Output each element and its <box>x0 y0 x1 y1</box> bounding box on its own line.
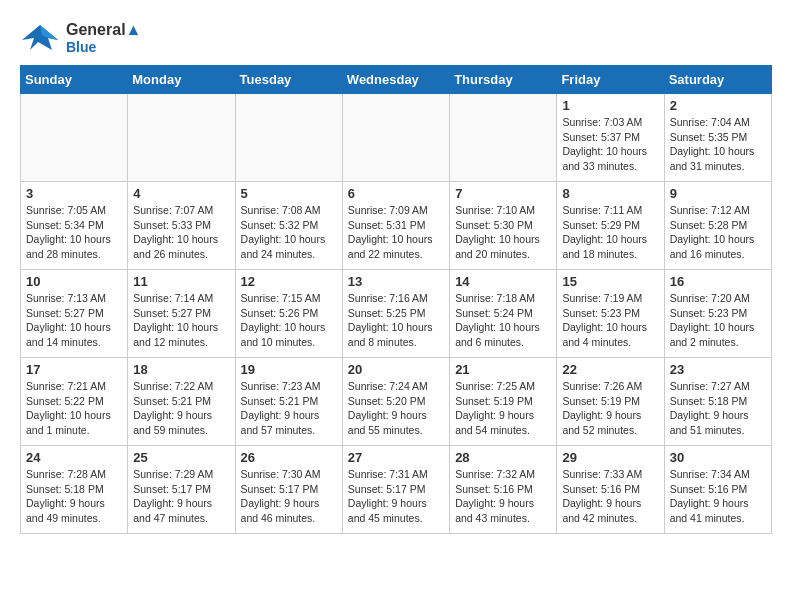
day-info: Sunrise: 7:20 AM Sunset: 5:23 PM Dayligh… <box>670 291 766 350</box>
logo: General▲ Blue <box>20 20 141 55</box>
logo-text: General▲ Blue <box>66 21 141 55</box>
day-info: Sunrise: 7:33 AM Sunset: 5:16 PM Dayligh… <box>562 467 658 526</box>
day-number: 2 <box>670 98 766 113</box>
calendar-cell: 17Sunrise: 7:21 AM Sunset: 5:22 PM Dayli… <box>21 358 128 446</box>
day-number: 19 <box>241 362 337 377</box>
day-info: Sunrise: 7:31 AM Sunset: 5:17 PM Dayligh… <box>348 467 444 526</box>
day-number: 1 <box>562 98 658 113</box>
day-number: 15 <box>562 274 658 289</box>
logo-icon <box>20 20 60 55</box>
week-row-2: 3Sunrise: 7:05 AM Sunset: 5:34 PM Daylig… <box>21 182 772 270</box>
day-number: 7 <box>455 186 551 201</box>
calendar-cell: 15Sunrise: 7:19 AM Sunset: 5:23 PM Dayli… <box>557 270 664 358</box>
day-info: Sunrise: 7:13 AM Sunset: 5:27 PM Dayligh… <box>26 291 122 350</box>
calendar-cell: 6Sunrise: 7:09 AM Sunset: 5:31 PM Daylig… <box>342 182 449 270</box>
day-number: 9 <box>670 186 766 201</box>
calendar-cell: 26Sunrise: 7:30 AM Sunset: 5:17 PM Dayli… <box>235 446 342 534</box>
day-number: 12 <box>241 274 337 289</box>
calendar-cell: 5Sunrise: 7:08 AM Sunset: 5:32 PM Daylig… <box>235 182 342 270</box>
day-number: 10 <box>26 274 122 289</box>
calendar-cell <box>235 94 342 182</box>
calendar-cell: 19Sunrise: 7:23 AM Sunset: 5:21 PM Dayli… <box>235 358 342 446</box>
calendar-cell <box>342 94 449 182</box>
day-number: 28 <box>455 450 551 465</box>
week-row-1: 1Sunrise: 7:03 AM Sunset: 5:37 PM Daylig… <box>21 94 772 182</box>
day-number: 30 <box>670 450 766 465</box>
calendar-cell <box>450 94 557 182</box>
day-info: Sunrise: 7:23 AM Sunset: 5:21 PM Dayligh… <box>241 379 337 438</box>
day-info: Sunrise: 7:26 AM Sunset: 5:19 PM Dayligh… <box>562 379 658 438</box>
day-info: Sunrise: 7:25 AM Sunset: 5:19 PM Dayligh… <box>455 379 551 438</box>
calendar-cell: 1Sunrise: 7:03 AM Sunset: 5:37 PM Daylig… <box>557 94 664 182</box>
calendar-cell: 20Sunrise: 7:24 AM Sunset: 5:20 PM Dayli… <box>342 358 449 446</box>
calendar-cell: 28Sunrise: 7:32 AM Sunset: 5:16 PM Dayli… <box>450 446 557 534</box>
calendar-cell: 29Sunrise: 7:33 AM Sunset: 5:16 PM Dayli… <box>557 446 664 534</box>
calendar-cell: 27Sunrise: 7:31 AM Sunset: 5:17 PM Dayli… <box>342 446 449 534</box>
day-info: Sunrise: 7:32 AM Sunset: 5:16 PM Dayligh… <box>455 467 551 526</box>
week-row-3: 10Sunrise: 7:13 AM Sunset: 5:27 PM Dayli… <box>21 270 772 358</box>
day-info: Sunrise: 7:29 AM Sunset: 5:17 PM Dayligh… <box>133 467 229 526</box>
day-number: 5 <box>241 186 337 201</box>
weekday-header-tuesday: Tuesday <box>235 66 342 94</box>
day-number: 14 <box>455 274 551 289</box>
day-number: 26 <box>241 450 337 465</box>
calendar-cell: 21Sunrise: 7:25 AM Sunset: 5:19 PM Dayli… <box>450 358 557 446</box>
day-number: 20 <box>348 362 444 377</box>
day-number: 18 <box>133 362 229 377</box>
calendar-cell: 10Sunrise: 7:13 AM Sunset: 5:27 PM Dayli… <box>21 270 128 358</box>
day-info: Sunrise: 7:15 AM Sunset: 5:26 PM Dayligh… <box>241 291 337 350</box>
day-info: Sunrise: 7:10 AM Sunset: 5:30 PM Dayligh… <box>455 203 551 262</box>
day-number: 25 <box>133 450 229 465</box>
calendar-cell: 9Sunrise: 7:12 AM Sunset: 5:28 PM Daylig… <box>664 182 771 270</box>
weekday-header-monday: Monday <box>128 66 235 94</box>
day-info: Sunrise: 7:27 AM Sunset: 5:18 PM Dayligh… <box>670 379 766 438</box>
weekday-header-friday: Friday <box>557 66 664 94</box>
day-number: 17 <box>26 362 122 377</box>
calendar-cell: 2Sunrise: 7:04 AM Sunset: 5:35 PM Daylig… <box>664 94 771 182</box>
day-info: Sunrise: 7:21 AM Sunset: 5:22 PM Dayligh… <box>26 379 122 438</box>
day-info: Sunrise: 7:24 AM Sunset: 5:20 PM Dayligh… <box>348 379 444 438</box>
day-number: 13 <box>348 274 444 289</box>
calendar-cell: 16Sunrise: 7:20 AM Sunset: 5:23 PM Dayli… <box>664 270 771 358</box>
day-number: 11 <box>133 274 229 289</box>
day-info: Sunrise: 7:34 AM Sunset: 5:16 PM Dayligh… <box>670 467 766 526</box>
day-info: Sunrise: 7:14 AM Sunset: 5:27 PM Dayligh… <box>133 291 229 350</box>
day-info: Sunrise: 7:16 AM Sunset: 5:25 PM Dayligh… <box>348 291 444 350</box>
weekday-header-row: SundayMondayTuesdayWednesdayThursdayFrid… <box>21 66 772 94</box>
day-info: Sunrise: 7:08 AM Sunset: 5:32 PM Dayligh… <box>241 203 337 262</box>
day-number: 16 <box>670 274 766 289</box>
day-number: 29 <box>562 450 658 465</box>
calendar-cell: 14Sunrise: 7:18 AM Sunset: 5:24 PM Dayli… <box>450 270 557 358</box>
calendar-cell: 23Sunrise: 7:27 AM Sunset: 5:18 PM Dayli… <box>664 358 771 446</box>
calendar-cell: 11Sunrise: 7:14 AM Sunset: 5:27 PM Dayli… <box>128 270 235 358</box>
week-row-5: 24Sunrise: 7:28 AM Sunset: 5:18 PM Dayli… <box>21 446 772 534</box>
page-header: General▲ Blue <box>20 20 772 55</box>
day-number: 27 <box>348 450 444 465</box>
calendar-cell: 18Sunrise: 7:22 AM Sunset: 5:21 PM Dayli… <box>128 358 235 446</box>
day-info: Sunrise: 7:07 AM Sunset: 5:33 PM Dayligh… <box>133 203 229 262</box>
day-number: 24 <box>26 450 122 465</box>
calendar-cell: 30Sunrise: 7:34 AM Sunset: 5:16 PM Dayli… <box>664 446 771 534</box>
day-info: Sunrise: 7:05 AM Sunset: 5:34 PM Dayligh… <box>26 203 122 262</box>
day-info: Sunrise: 7:18 AM Sunset: 5:24 PM Dayligh… <box>455 291 551 350</box>
calendar-cell: 8Sunrise: 7:11 AM Sunset: 5:29 PM Daylig… <box>557 182 664 270</box>
weekday-header-sunday: Sunday <box>21 66 128 94</box>
week-row-4: 17Sunrise: 7:21 AM Sunset: 5:22 PM Dayli… <box>21 358 772 446</box>
day-info: Sunrise: 7:12 AM Sunset: 5:28 PM Dayligh… <box>670 203 766 262</box>
day-info: Sunrise: 7:11 AM Sunset: 5:29 PM Dayligh… <box>562 203 658 262</box>
day-info: Sunrise: 7:04 AM Sunset: 5:35 PM Dayligh… <box>670 115 766 174</box>
day-info: Sunrise: 7:22 AM Sunset: 5:21 PM Dayligh… <box>133 379 229 438</box>
day-info: Sunrise: 7:09 AM Sunset: 5:31 PM Dayligh… <box>348 203 444 262</box>
weekday-header-thursday: Thursday <box>450 66 557 94</box>
day-number: 23 <box>670 362 766 377</box>
day-info: Sunrise: 7:28 AM Sunset: 5:18 PM Dayligh… <box>26 467 122 526</box>
weekday-header-saturday: Saturday <box>664 66 771 94</box>
day-info: Sunrise: 7:30 AM Sunset: 5:17 PM Dayligh… <box>241 467 337 526</box>
calendar-cell: 7Sunrise: 7:10 AM Sunset: 5:30 PM Daylig… <box>450 182 557 270</box>
calendar-cell: 22Sunrise: 7:26 AM Sunset: 5:19 PM Dayli… <box>557 358 664 446</box>
calendar-cell <box>128 94 235 182</box>
day-number: 8 <box>562 186 658 201</box>
day-number: 3 <box>26 186 122 201</box>
day-number: 22 <box>562 362 658 377</box>
weekday-header-wednesday: Wednesday <box>342 66 449 94</box>
